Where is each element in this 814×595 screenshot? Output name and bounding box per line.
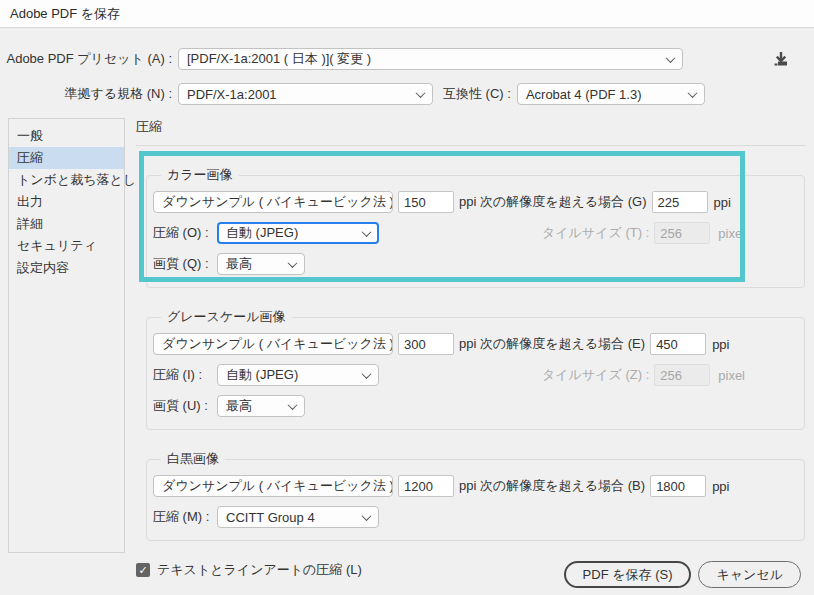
- sidebar-item-label: セキュリティ: [17, 238, 97, 253]
- monochrome-images-section: 白黒画像 ダウンサンプル ( バイキュービック法 ) ppi 次の解像度を超える…: [146, 450, 805, 541]
- compression-label: 圧縮 (O) :: [153, 224, 217, 242]
- preset-label: Adobe PDF プリセット (A) :: [0, 50, 178, 68]
- quality-label: 画質 (U) :: [153, 397, 217, 415]
- sidebar-item-security[interactable]: セキュリティ: [9, 235, 124, 257]
- section-legend: グレースケール画像: [161, 308, 292, 326]
- compression-panel: 圧縮 カラー画像 ダウンサンプル ( バイキュービック法 ) ppi 次の解像度…: [136, 118, 806, 579]
- compression-label: 圧縮 (I) :: [153, 366, 217, 384]
- chevron-down-icon: [362, 227, 372, 237]
- threshold-label: ppi 次の解像度を超える場合 (E): [459, 335, 645, 353]
- compatibility-label: 互換性 (C) :: [433, 85, 517, 103]
- mono-resolution-input[interactable]: [398, 475, 454, 497]
- text-compression-checkbox[interactable]: ✓: [136, 563, 150, 577]
- color-downsample-select[interactable]: ダウンサンプル ( バイキュービック法 ): [153, 191, 393, 213]
- gray-tile-size-input: [654, 364, 710, 386]
- quality-select-value: 最高: [226, 397, 252, 415]
- gray-threshold-input[interactable]: [650, 333, 706, 355]
- color-compression-select[interactable]: 自動 (JPEG): [217, 222, 379, 244]
- quality-select-value: 最高: [226, 255, 252, 273]
- chevron-down-icon: [666, 53, 676, 63]
- chevron-down-icon: [416, 88, 426, 98]
- pixel-unit-label: pixel: [718, 226, 745, 241]
- compression-select-value: CCITT Group 4: [226, 510, 315, 525]
- quality-label: 画質 (Q) :: [153, 255, 217, 273]
- tile-size-label: タイルサイズ (T) :: [542, 224, 649, 242]
- header: Adobe PDF プリセット (A) : [PDF/X-1a:2001 ( 日…: [0, 28, 814, 105]
- sidebar-item-advanced[interactable]: 詳細: [9, 213, 124, 235]
- cancel-button[interactable]: キャンセル: [698, 561, 801, 588]
- sidebar-item-general[interactable]: 一般: [9, 125, 124, 147]
- mono-threshold-input[interactable]: [650, 475, 706, 497]
- tile-size-label: タイルサイズ (Z) :: [542, 366, 649, 384]
- section-legend: 白黒画像: [161, 450, 225, 468]
- downsample-select-value: ダウンサンプル ( バイキュービック法 ): [162, 335, 393, 353]
- pixel-unit-label: pixel: [718, 368, 745, 383]
- standard-label: 準拠する規格 (N) :: [0, 85, 178, 103]
- text-compression-label: テキストとラインアートの圧縮 (L): [157, 561, 362, 579]
- standard-select[interactable]: PDF/X-1a:2001: [178, 83, 433, 105]
- mono-compression-select[interactable]: CCITT Group 4: [217, 506, 379, 528]
- chevron-down-icon: [362, 511, 372, 521]
- gray-downsample-select[interactable]: ダウンサンプル ( バイキュービック法 ): [153, 333, 393, 355]
- gray-compression-select[interactable]: 自動 (JPEG): [217, 364, 379, 386]
- sidebar-item-summary[interactable]: 設定内容: [9, 257, 124, 279]
- threshold-label: ppi 次の解像度を超える場合 (G): [459, 193, 647, 211]
- chevron-down-icon: [288, 400, 298, 410]
- dialog-title: Adobe PDF を保存: [10, 5, 120, 23]
- checkmark-icon: ✓: [138, 564, 147, 576]
- standard-select-value: PDF/X-1a:2001: [187, 87, 277, 102]
- sidebar-item-compression[interactable]: 圧縮: [9, 147, 124, 169]
- download-icon: [772, 51, 790, 68]
- preset-select[interactable]: [PDF/X-1a:2001 ( 日本 )]( 変更 ): [178, 48, 683, 70]
- sidebar-item-marks-and-bleeds[interactable]: トンボと裁ち落とし: [9, 169, 124, 191]
- sidebar-item-output[interactable]: 出力: [9, 191, 124, 213]
- preset-select-value: [PDF/X-1a:2001 ( 日本 )]( 変更 ): [187, 50, 371, 68]
- color-threshold-input[interactable]: [652, 191, 708, 213]
- downsample-select-value: ダウンサンプル ( バイキュービック法 ): [162, 477, 393, 495]
- ppi-unit-label: ppi: [714, 195, 731, 210]
- gray-resolution-input[interactable]: [398, 333, 454, 355]
- color-tile-size-input: [654, 222, 710, 244]
- section-legend: カラー画像: [161, 166, 239, 184]
- compression-select-value: 自動 (JPEG): [226, 224, 298, 242]
- footer: PDF を保存 (S) キャンセル: [564, 561, 801, 588]
- mono-downsample-select[interactable]: ダウンサンプル ( バイキュービック法 ): [153, 475, 393, 497]
- threshold-label: ppi 次の解像度を超える場合 (B): [459, 477, 645, 495]
- grayscale-images-section: グレースケール画像 ダウンサンプル ( バイキュービック法 ) ppi 次の解像…: [146, 308, 805, 430]
- save-pdf-button[interactable]: PDF を保存 (S): [564, 561, 692, 588]
- ppi-unit-label: ppi: [712, 479, 729, 494]
- color-quality-select[interactable]: 最高: [217, 253, 305, 275]
- compression-label: 圧縮 (M) :: [153, 508, 217, 526]
- save-preset-button[interactable]: [770, 49, 792, 69]
- gray-quality-select[interactable]: 最高: [217, 395, 305, 417]
- sidebar-item-label: 設定内容: [17, 260, 69, 275]
- color-resolution-input[interactable]: [398, 191, 454, 213]
- compatibility-select[interactable]: Acrobat 4 (PDF 1.3): [517, 83, 705, 105]
- sidebar-item-label: 圧縮: [17, 150, 43, 165]
- color-images-section: カラー画像 ダウンサンプル ( バイキュービック法 ) ppi 次の解像度を超え…: [146, 166, 805, 288]
- downsample-select-value: ダウンサンプル ( バイキュービック法 ): [162, 193, 393, 211]
- ppi-unit-label: ppi: [712, 337, 729, 352]
- sidebar-item-label: 一般: [17, 128, 43, 143]
- dialog-titlebar: Adobe PDF を保存: [0, 0, 814, 28]
- sidebar: 一般 圧縮 トンボと裁ち落とし 出力 詳細 セキュリティ 設定内容: [8, 118, 125, 553]
- sidebar-item-label: 出力: [17, 194, 43, 209]
- sidebar-item-label: 詳細: [17, 216, 43, 231]
- chevron-down-icon: [362, 369, 372, 379]
- sidebar-item-label: トンボと裁ち落とし: [17, 172, 136, 187]
- panel-title: 圧縮: [136, 118, 806, 146]
- compression-select-value: 自動 (JPEG): [226, 366, 298, 384]
- chevron-down-icon: [288, 258, 298, 268]
- chevron-down-icon: [687, 88, 697, 98]
- compatibility-select-value: Acrobat 4 (PDF 1.3): [526, 87, 642, 102]
